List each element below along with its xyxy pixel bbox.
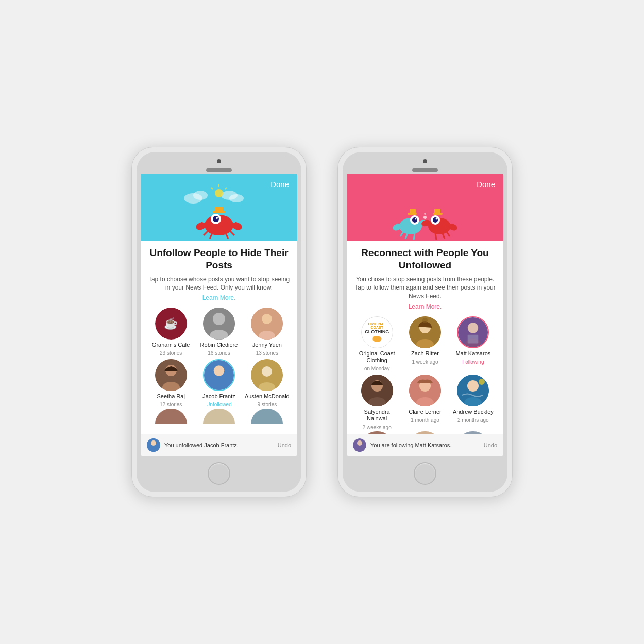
satya-photo xyxy=(361,375,393,406)
person-austen[interactable]: Austen McDonald 9 stories xyxy=(244,359,290,408)
person-andrew[interactable]: Andrew Buckley 2 months ago xyxy=(450,375,496,430)
andrew-photo xyxy=(457,375,489,406)
camera-icon xyxy=(217,159,221,163)
person-occ[interactable]: ORIGINAL COAST CLOTHING Original Coast C… xyxy=(354,316,400,371)
left-title: Unfollow People to Hide Their Posts xyxy=(148,247,290,272)
svg-point-36 xyxy=(151,440,156,446)
right-screen-header: Done xyxy=(347,174,503,241)
right-speaker-icon xyxy=(412,168,438,172)
avatar-matt xyxy=(457,316,489,348)
person-claire[interactable]: Claire Lerner 1 month ago xyxy=(402,375,448,430)
phone-left-inner: Done xyxy=(137,152,301,492)
svg-rect-69 xyxy=(468,335,479,344)
svg-point-81 xyxy=(357,440,362,446)
partial-av-2 xyxy=(203,409,235,424)
left-toast-avatar xyxy=(147,438,160,452)
person-sub-claire: 1 month ago xyxy=(411,417,439,423)
person-name-claire: Claire Lerner xyxy=(409,409,442,415)
svg-point-21 xyxy=(213,313,225,325)
left-toast-bar: You unfollowed Jacob Frantz. Undo xyxy=(141,434,297,456)
person-name-zach: Zach Ritter xyxy=(411,350,439,357)
person-grahams-cafe[interactable]: ☕ Graham's Cafe 23 stories xyxy=(148,308,194,356)
right-home-button[interactable] xyxy=(414,462,436,485)
left-phone-bottom xyxy=(208,456,230,488)
svg-line-6 xyxy=(225,188,227,189)
svg-point-77 xyxy=(467,380,479,392)
svg-point-51 xyxy=(433,217,438,223)
person-sub-grahams-cafe: 23 stories xyxy=(160,350,182,356)
svg-rect-13 xyxy=(215,207,223,212)
person-seetha[interactable]: Seetha Raj 12 stories xyxy=(148,359,194,408)
svg-point-41 xyxy=(415,218,417,220)
person-name-austen: Austen McDonald xyxy=(245,393,290,400)
right-learn-more[interactable]: Learn More. xyxy=(354,303,496,310)
phone-right-inner: Done xyxy=(343,152,507,492)
person-sub-satya: 2 weeks ago xyxy=(363,425,392,430)
avatar-jenny xyxy=(251,308,283,340)
phone-right: Done xyxy=(337,147,513,497)
jacob-photo xyxy=(204,360,234,390)
svg-point-4 xyxy=(215,189,223,197)
right-illustration xyxy=(384,184,466,241)
zach-photo xyxy=(409,316,441,348)
person-name-seetha: Seetha Raj xyxy=(157,393,184,400)
jenny-photo xyxy=(251,308,283,340)
person-sub-jacob: Unfollowed xyxy=(206,402,231,408)
person-sub-seetha: 12 stories xyxy=(160,402,182,408)
person-name-andrew: Andrew Buckley xyxy=(453,409,494,415)
right-screen-body: Reconnect with People You Unfollowed You… xyxy=(347,241,503,456)
person-matt[interactable]: Matt Katsaros Following xyxy=(450,316,496,371)
avatar-claire xyxy=(409,375,441,406)
svg-point-10 xyxy=(213,216,219,222)
avatar-andrew xyxy=(457,375,489,406)
right-toast-avatar xyxy=(353,438,366,452)
right-toast-undo[interactable]: Undo xyxy=(484,442,497,448)
person-sub-austen: 9 stories xyxy=(257,402,277,408)
claire-photo xyxy=(409,375,441,406)
svg-point-79 xyxy=(479,379,485,385)
person-sub-occ: on Monday xyxy=(364,366,389,371)
phone-left-top-bar xyxy=(141,156,297,174)
left-partial-row xyxy=(148,409,290,424)
left-toast-undo[interactable]: Undo xyxy=(278,442,291,448)
robin-photo xyxy=(203,308,235,340)
svg-line-16 xyxy=(204,230,209,235)
person-jacob[interactable]: Jacob Frantz Unfollowed xyxy=(196,359,242,408)
left-people-grid: ☕ Graham's Cafe 23 stories xyxy=(148,308,290,408)
matt-photo xyxy=(458,317,488,347)
partial-av-1 xyxy=(155,409,187,424)
svg-point-11 xyxy=(216,217,218,219)
person-sub-andrew: 2 months ago xyxy=(457,417,489,423)
person-name-jenny: Jenny Yuen xyxy=(252,342,282,348)
svg-point-40 xyxy=(412,217,417,223)
person-name-occ: Original Coast Clothing xyxy=(354,350,400,364)
svg-line-57 xyxy=(435,233,436,240)
phone-left-screen: Done xyxy=(141,174,297,456)
left-home-button[interactable] xyxy=(208,462,230,485)
person-sub-robin: 16 stories xyxy=(208,350,230,356)
svg-line-48 xyxy=(414,233,415,240)
scene: Done xyxy=(0,116,644,528)
seetha-photo xyxy=(155,359,187,391)
svg-line-7 xyxy=(211,188,213,189)
person-name-matt: Matt Katsaros xyxy=(455,350,490,357)
person-jenny[interactable]: Jenny Yuen 13 stories xyxy=(244,308,290,356)
avatar-austen xyxy=(251,359,283,391)
person-zach[interactable]: Zach Ritter 1 week ago xyxy=(402,316,448,371)
avatar-zach xyxy=(409,316,441,348)
person-robin[interactable]: Robin Clediere 16 stories xyxy=(196,308,242,356)
right-title: Reconnect with People You Unfollowed xyxy=(354,247,496,272)
avatar-grahams-cafe: ☕ xyxy=(155,308,187,340)
left-illustration xyxy=(178,184,260,241)
left-toast-text: You unfollowed Jacob Frantz. xyxy=(164,442,274,448)
avatar-jacob xyxy=(203,359,235,391)
avatar-robin xyxy=(203,308,235,340)
right-toast-text: You are following Matt Katsaros. xyxy=(370,442,480,448)
partial-av-3 xyxy=(251,409,283,424)
svg-point-61 xyxy=(424,213,426,215)
avatar-satya xyxy=(361,375,393,406)
svg-point-1 xyxy=(193,191,208,200)
person-satya[interactable]: Satyendra Nainwal 2 weeks ago xyxy=(354,375,400,430)
left-learn-more[interactable]: Learn More. xyxy=(148,294,290,301)
svg-point-52 xyxy=(436,218,437,220)
